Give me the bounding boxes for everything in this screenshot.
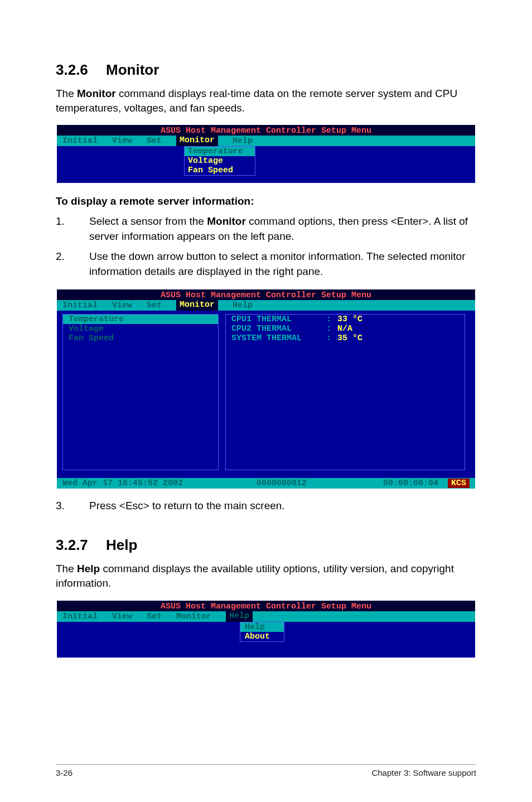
sensor-value: 33 °C — [337, 315, 362, 324]
tui-title: ASUS Host Management Controller Setup Me… — [57, 601, 475, 611]
page-footer: 3-26 Chapter 3: Software support — [56, 764, 476, 777]
section-title: Help — [106, 537, 137, 553]
subheading-display-remote: To display a remote server information: — [56, 195, 476, 207]
section-title: Monitor — [106, 61, 159, 78]
text: command displays the available utility o… — [56, 563, 454, 589]
menu-set[interactable]: Set — [147, 301, 162, 310]
menu-help[interactable]: Help — [226, 611, 253, 622]
dropdown-item-voltage[interactable]: Voltage — [185, 156, 255, 166]
menu-view[interactable]: View — [112, 612, 132, 621]
monitor-dropdown[interactable]: Temperature Voltage Fan Speed — [184, 146, 255, 176]
text: Press <Esc> to return to the main screen… — [89, 500, 285, 511]
menu-initial[interactable]: Initial — [62, 301, 98, 310]
steps-list: 1. Select a sensor from the Monitor comm… — [56, 214, 476, 279]
sensor-row: CPU1 THERMAL : 33 °C — [226, 315, 465, 324]
list-item: 1. Select a sensor from the Monitor comm… — [56, 214, 476, 244]
menu-initial[interactable]: Initial — [62, 136, 98, 146]
tui-menubar[interactable]: Initial View Set Monitor Help — [57, 136, 475, 146]
help-bold: Help — [77, 563, 100, 574]
monitor-bold-inline: Monitor — [207, 215, 246, 227]
status-addr: 00:00:00:04 — [383, 479, 438, 488]
tui-statusbar: Wed Apr 17 16:45:52 2002 0000000012 00:0… — [57, 478, 475, 489]
right-pane: CPU1 THERMAL : 33 °C CPU2 THERMAL : N/A … — [225, 314, 465, 470]
list-item: 2. Use the down arrow button to select a… — [56, 249, 476, 279]
section-heading-monitor: 3.2.6Monitor — [56, 61, 476, 79]
screenshot-help-dropdown: ASUS Host Management Controller Setup Me… — [56, 600, 476, 659]
dropdown-item-help[interactable]: Help — [240, 622, 284, 632]
list-item: 3. Press <Esc> to return to the main scr… — [56, 499, 476, 514]
status-date: Wed Apr 17 16:45:52 2002 — [62, 479, 183, 488]
sensor-label: CPU2 THERMAL — [231, 324, 326, 334]
help-dropdown[interactable]: Help About — [240, 622, 284, 642]
section-heading-help: 3.2.7Help — [56, 537, 476, 554]
sensor-label: SYSTEM THERMAL — [231, 334, 326, 343]
chapter-title: Chapter 3: Software support — [371, 768, 476, 777]
menu-initial[interactable]: Initial — [62, 612, 98, 621]
help-description: The Help command displays the available … — [56, 562, 476, 590]
menu-view[interactable]: View — [112, 136, 132, 146]
screenshot-temperature-panes: ASUS Host Management Controller Setup Me… — [56, 288, 476, 490]
step-number: 3. — [56, 499, 65, 514]
screenshot-monitor-dropdown: ASUS Host Management Controller Setup Me… — [56, 124, 476, 184]
left-pane-item-temperature[interactable]: Temperature — [63, 315, 218, 324]
status-code: 0000000012 — [183, 479, 380, 488]
tui-menubar[interactable]: Initial View Set Monitor Help — [57, 611, 475, 622]
menu-monitor[interactable]: Monitor — [176, 136, 218, 146]
dropdown-item-temperature[interactable]: Temperature — [185, 147, 255, 156]
menu-set[interactable]: Set — [147, 612, 162, 621]
sensor-value: N/A — [337, 324, 352, 334]
tui-title: ASUS Host Management Controller Setup Me… — [57, 125, 475, 136]
left-pane[interactable]: Temperature Voltage Fan Speed — [62, 314, 219, 470]
sensor-value: 35 °C — [337, 334, 362, 343]
menu-monitor[interactable]: Monitor — [176, 612, 211, 621]
text: command displays real-time data on the r… — [56, 88, 457, 114]
section-number: 3.2.7 — [56, 537, 106, 554]
menu-set[interactable]: Set — [147, 136, 162, 146]
sensor-label: CPU1 THERMAL — [231, 315, 326, 324]
sensor-row: SYSTEM THERMAL : 35 °C — [226, 334, 465, 343]
text: Use the down arrow button to select a mo… — [89, 250, 466, 277]
monitor-description: The Monitor command displays real-time d… — [56, 86, 476, 115]
menu-help[interactable]: Help — [233, 301, 253, 310]
colon: : — [326, 324, 337, 334]
step-number: 2. — [56, 249, 65, 264]
text: The — [56, 88, 77, 99]
sensor-row: CPU2 THERMAL : N/A — [226, 324, 465, 334]
menu-help[interactable]: Help — [233, 136, 253, 146]
menu-monitor[interactable]: Monitor — [176, 300, 218, 311]
menu-view[interactable]: View — [112, 301, 132, 310]
status-mode: KCS — [448, 479, 470, 488]
text: Select a sensor from the — [89, 215, 207, 227]
dropdown-item-about[interactable]: About — [240, 632, 284, 641]
colon: : — [326, 334, 337, 343]
monitor-bold: Monitor — [77, 88, 116, 99]
text: The — [56, 563, 77, 574]
left-pane-item-voltage[interactable]: Voltage — [63, 324, 218, 334]
tui-menubar[interactable]: Initial View Set Monitor Help — [57, 300, 475, 311]
left-pane-item-fan[interactable]: Fan Speed — [63, 334, 218, 343]
steps-list-continued: 3. Press <Esc> to return to the main scr… — [56, 499, 476, 514]
dropdown-item-fan[interactable]: Fan Speed — [185, 166, 255, 175]
colon: : — [326, 315, 337, 324]
tui-title: ASUS Host Management Controller Setup Me… — [57, 289, 475, 300]
step-number: 1. — [56, 214, 65, 229]
section-number: 3.2.6 — [56, 61, 106, 79]
page-number: 3-26 — [56, 768, 72, 777]
